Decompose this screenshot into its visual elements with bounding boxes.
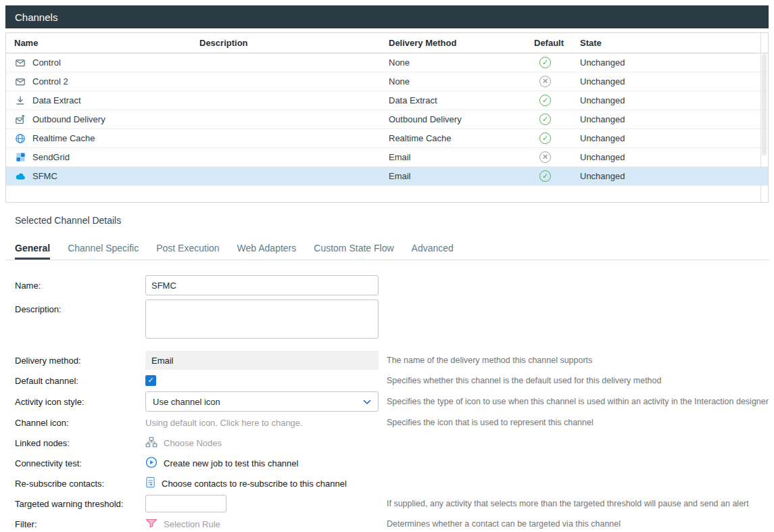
channel-state: Unchanged — [572, 76, 646, 87]
default-status-icon — [539, 151, 551, 163]
channel-state: Unchanged — [572, 114, 646, 124]
description-label: Description: — [15, 299, 145, 314]
delivery-method-label: Delivery method: — [15, 356, 145, 366]
field-help: Determines whether a contact can be targ… — [387, 519, 621, 529]
selection-rule-button[interactable]: Selection Rule — [145, 518, 220, 530]
tab-advanced[interactable]: Advanced — [412, 239, 454, 260]
linked-nodes-label: Linked nodes: — [15, 438, 145, 448]
activity-icon-style-row: Activity icon style: Use channel icon Sp… — [15, 391, 769, 412]
channel-delivery-method: Realtime Cache — [381, 133, 526, 143]
tab-post-execution[interactable]: Post Execution — [156, 239, 219, 260]
default-status-icon — [539, 57, 551, 68]
globe-icon — [14, 133, 26, 144]
activity-icon-style-select[interactable]: Use channel icon — [145, 391, 379, 412]
field-help: The name of the delivery method this cha… — [387, 356, 592, 365]
channel-name: Control — [32, 57, 61, 68]
default-status-icon — [539, 114, 551, 125]
cloud-icon — [14, 171, 26, 182]
channel-delivery-method: Outbound Delivery — [381, 114, 526, 124]
table-row[interactable]: Realtime Cache Realtime Cache Unchanged — [6, 129, 768, 148]
resubscribe-label: Re-subscribe contacts: — [15, 479, 145, 489]
channel-icon-label: Channel icon: — [15, 418, 145, 428]
name-row: Name: — [15, 275, 769, 295]
resubscribe-row: Re-subscribe contacts: Choose contacts t… — [15, 474, 769, 493]
table-header-row: Name Description Delivery Method Default… — [6, 33, 768, 53]
field-help: Specifies whether this channel is the de… — [387, 376, 661, 385]
targeted-warning-row: Targeted warning threshold: If supplied,… — [15, 494, 769, 513]
filter-icon — [145, 518, 158, 530]
linked-nodes-row: Linked nodes: Choose Nodes — [15, 433, 769, 452]
default-channel-label: Default channel: — [15, 376, 145, 386]
targeted-warning-label: Targeted warning threshold: — [15, 499, 145, 509]
default-status-icon — [539, 95, 551, 106]
channel-name: SendGrid — [32, 152, 70, 162]
field-help: Specifies the icon that is used to repre… — [387, 418, 594, 427]
connectivity-test-row: Connectivity test: Create new job to tes… — [15, 454, 769, 473]
choose-nodes-button[interactable]: Choose Nodes — [145, 437, 222, 450]
choose-resubscribe-contacts-button[interactable]: Choose contacts to re-subscribe to this … — [145, 477, 347, 490]
column-header-state: State — [572, 38, 646, 48]
details-tabs: General Channel Specific Post Execution … — [5, 239, 769, 260]
table-row[interactable]: Control None Unchanged — [6, 53, 768, 72]
panel-title: Channels — [15, 11, 57, 23]
tab-web-adapters[interactable]: Web Adapters — [237, 239, 297, 260]
tab-channel-specific[interactable]: Channel Specific — [68, 239, 139, 260]
column-header-description: Description — [191, 38, 381, 48]
channel-name: Realtime Cache — [32, 133, 95, 143]
selection-rule-text: Selection Rule — [164, 519, 220, 529]
channel-state: Unchanged — [572, 133, 646, 143]
description-input[interactable] — [145, 299, 379, 339]
column-header-default: Default — [526, 38, 572, 48]
create-test-job-button[interactable]: Create new job to test this channel — [145, 456, 298, 470]
nodes-icon — [145, 437, 158, 450]
chevron-down-icon — [363, 397, 371, 407]
select-value: Use channel icon — [153, 397, 220, 407]
connectivity-test-label: Connectivity test: — [15, 458, 145, 468]
field-help: Specifies the type of icon to use when t… — [387, 397, 769, 406]
tab-custom-state-flow[interactable]: Custom State Flow — [314, 239, 393, 260]
channel-state: Unchanged — [572, 57, 646, 68]
column-header-name: Name — [6, 38, 191, 48]
default-status-icon — [539, 132, 551, 144]
name-label: Name: — [15, 281, 145, 291]
channel-name: SFMC — [32, 171, 57, 181]
default-channel-checkbox[interactable] — [145, 375, 156, 386]
general-tab-form: Name: Description: Delivery method: Emai… — [5, 260, 769, 532]
channel-icon-change-link[interactable]: Using default icon. Click here to change… — [145, 418, 303, 428]
details-title: Selected Channel Details — [5, 203, 769, 239]
table-row[interactable]: SendGrid Email Unchanged — [6, 148, 768, 167]
tab-general[interactable]: General — [15, 239, 50, 260]
targeted-warning-input[interactable] — [145, 495, 226, 512]
channel-state: Unchanged — [572, 171, 646, 181]
table-row[interactable]: Control 2 None Unchanged — [6, 72, 768, 91]
channel-delivery-method: Data Extract — [381, 95, 526, 105]
scrollbar-thumb[interactable] — [762, 54, 767, 155]
channel-delivery-method: Email — [381, 152, 526, 162]
table-row-selected[interactable]: SFMC Email Unchanged — [6, 167, 768, 186]
table-row[interactable]: Data Extract Data Extract Unchanged — [6, 91, 768, 110]
table-row[interactable]: Outbound Delivery Outbound Delivery Unch… — [6, 110, 768, 129]
create-test-job-text: Create new job to test this channel — [164, 458, 298, 468]
channels-table: Name Description Delivery Method Default… — [5, 32, 769, 203]
default-status-icon — [539, 76, 551, 87]
channel-delivery-method: None — [381, 76, 526, 87]
column-header-delivery-method: Delivery Method — [381, 38, 526, 48]
channel-delivery-method: None — [381, 57, 526, 68]
default-channel-row: Default channel: Specifies whether this … — [15, 371, 769, 390]
channel-name: Outbound Delivery — [32, 114, 105, 124]
filter-row: Filter: Selection Rule Determines whethe… — [15, 514, 769, 532]
channel-state: Unchanged — [572, 95, 646, 105]
download-icon — [14, 95, 26, 106]
channel-delivery-method: Email — [381, 171, 526, 181]
outbound-mail-icon — [14, 114, 26, 125]
scrollbar-track[interactable] — [760, 33, 761, 202]
channel-name: Control 2 — [32, 76, 68, 87]
panel-header: Channels — [5, 5, 769, 28]
choose-nodes-text: Choose Nodes — [164, 438, 222, 448]
filter-label: Filter: — [15, 519, 145, 529]
description-row: Description: — [15, 299, 769, 339]
choose-resubscribe-contacts-text: Choose contacts to re-subscribe to this … — [162, 479, 347, 489]
default-status-icon — [539, 170, 551, 182]
name-input[interactable] — [145, 275, 379, 295]
play-icon — [145, 456, 158, 470]
